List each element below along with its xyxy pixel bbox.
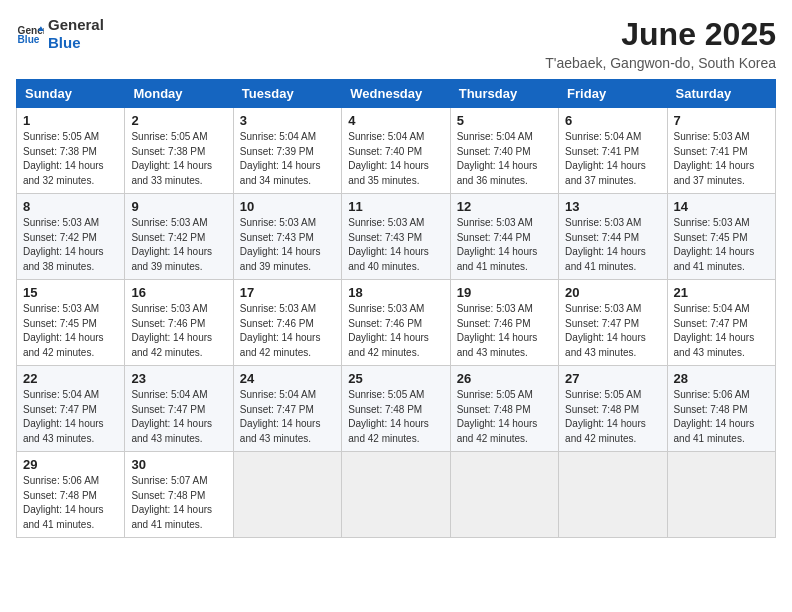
- week-row-5: 29Sunrise: 5:06 AMSunset: 7:48 PMDayligh…: [17, 452, 776, 538]
- col-wednesday: Wednesday: [342, 80, 450, 108]
- table-cell: 10Sunrise: 5:03 AMSunset: 7:43 PMDayligh…: [233, 194, 341, 280]
- svg-text:Blue: Blue: [18, 34, 40, 45]
- table-cell: 26Sunrise: 5:05 AMSunset: 7:48 PMDayligh…: [450, 366, 558, 452]
- table-cell: 9Sunrise: 5:03 AMSunset: 7:42 PMDaylight…: [125, 194, 233, 280]
- table-cell: 8Sunrise: 5:03 AMSunset: 7:42 PMDaylight…: [17, 194, 125, 280]
- table-cell: [233, 452, 341, 538]
- location-subtitle: T'aebaek, Gangwon-do, South Korea: [545, 55, 776, 71]
- table-cell: [667, 452, 775, 538]
- table-cell: 30Sunrise: 5:07 AMSunset: 7:48 PMDayligh…: [125, 452, 233, 538]
- table-cell: 29Sunrise: 5:06 AMSunset: 7:48 PMDayligh…: [17, 452, 125, 538]
- month-title: June 2025: [545, 16, 776, 53]
- col-saturday: Saturday: [667, 80, 775, 108]
- week-row-2: 8Sunrise: 5:03 AMSunset: 7:42 PMDaylight…: [17, 194, 776, 280]
- header-row: Sunday Monday Tuesday Wednesday Thursday…: [17, 80, 776, 108]
- col-thursday: Thursday: [450, 80, 558, 108]
- table-cell: 5Sunrise: 5:04 AMSunset: 7:40 PMDaylight…: [450, 108, 558, 194]
- table-cell: 6Sunrise: 5:04 AMSunset: 7:41 PMDaylight…: [559, 108, 667, 194]
- table-cell: 1Sunrise: 5:05 AMSunset: 7:38 PMDaylight…: [17, 108, 125, 194]
- table-cell: [342, 452, 450, 538]
- table-cell: 7Sunrise: 5:03 AMSunset: 7:41 PMDaylight…: [667, 108, 775, 194]
- table-cell: [559, 452, 667, 538]
- table-cell: 27Sunrise: 5:05 AMSunset: 7:48 PMDayligh…: [559, 366, 667, 452]
- logo-general-text: General: [48, 16, 104, 34]
- table-cell: 25Sunrise: 5:05 AMSunset: 7:48 PMDayligh…: [342, 366, 450, 452]
- table-cell: 22Sunrise: 5:04 AMSunset: 7:47 PMDayligh…: [17, 366, 125, 452]
- table-cell: 28Sunrise: 5:06 AMSunset: 7:48 PMDayligh…: [667, 366, 775, 452]
- logo: General Blue General Blue: [16, 16, 104, 52]
- table-cell: 18Sunrise: 5:03 AMSunset: 7:46 PMDayligh…: [342, 280, 450, 366]
- table-cell: 24Sunrise: 5:04 AMSunset: 7:47 PMDayligh…: [233, 366, 341, 452]
- calendar-table: Sunday Monday Tuesday Wednesday Thursday…: [16, 79, 776, 538]
- header: General Blue General Blue June 2025 T'ae…: [16, 16, 776, 71]
- table-cell: 20Sunrise: 5:03 AMSunset: 7:47 PMDayligh…: [559, 280, 667, 366]
- table-cell: 19Sunrise: 5:03 AMSunset: 7:46 PMDayligh…: [450, 280, 558, 366]
- col-sunday: Sunday: [17, 80, 125, 108]
- table-cell: 23Sunrise: 5:04 AMSunset: 7:47 PMDayligh…: [125, 366, 233, 452]
- col-tuesday: Tuesday: [233, 80, 341, 108]
- table-cell: 21Sunrise: 5:04 AMSunset: 7:47 PMDayligh…: [667, 280, 775, 366]
- logo-blue-text: Blue: [48, 34, 104, 52]
- table-cell: 3Sunrise: 5:04 AMSunset: 7:39 PMDaylight…: [233, 108, 341, 194]
- title-area: June 2025 T'aebaek, Gangwon-do, South Ko…: [545, 16, 776, 71]
- week-row-3: 15Sunrise: 5:03 AMSunset: 7:45 PMDayligh…: [17, 280, 776, 366]
- table-cell: 11Sunrise: 5:03 AMSunset: 7:43 PMDayligh…: [342, 194, 450, 280]
- table-cell: [450, 452, 558, 538]
- table-cell: 17Sunrise: 5:03 AMSunset: 7:46 PMDayligh…: [233, 280, 341, 366]
- table-cell: 4Sunrise: 5:04 AMSunset: 7:40 PMDaylight…: [342, 108, 450, 194]
- week-row-4: 22Sunrise: 5:04 AMSunset: 7:47 PMDayligh…: [17, 366, 776, 452]
- table-cell: 16Sunrise: 5:03 AMSunset: 7:46 PMDayligh…: [125, 280, 233, 366]
- week-row-1: 1Sunrise: 5:05 AMSunset: 7:38 PMDaylight…: [17, 108, 776, 194]
- table-cell: 12Sunrise: 5:03 AMSunset: 7:44 PMDayligh…: [450, 194, 558, 280]
- table-cell: 14Sunrise: 5:03 AMSunset: 7:45 PMDayligh…: [667, 194, 775, 280]
- table-cell: 15Sunrise: 5:03 AMSunset: 7:45 PMDayligh…: [17, 280, 125, 366]
- table-cell: 2Sunrise: 5:05 AMSunset: 7:38 PMDaylight…: [125, 108, 233, 194]
- col-monday: Monday: [125, 80, 233, 108]
- col-friday: Friday: [559, 80, 667, 108]
- table-cell: 13Sunrise: 5:03 AMSunset: 7:44 PMDayligh…: [559, 194, 667, 280]
- logo-icon: General Blue: [16, 20, 44, 48]
